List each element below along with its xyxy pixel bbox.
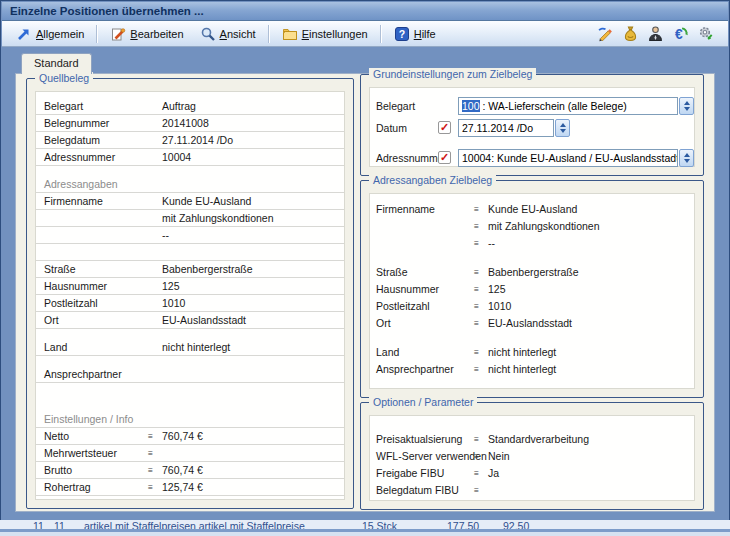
toolbar-right-icons: €: [597, 25, 722, 42]
row-label: Adressnummer: [44, 151, 148, 163]
row-label: Firmenname: [44, 195, 148, 207]
equals-icon: ≡: [474, 318, 488, 328]
datum-checkbox[interactable]: ✓: [438, 121, 451, 134]
belegart-spinner[interactable]: [679, 97, 694, 115]
client-area: Standard Quellbeleg Belegart Auftrag Bel…: [2, 47, 728, 519]
row-value: 125,74 €: [162, 481, 344, 493]
equals-icon: ≡: [474, 485, 488, 495]
adressnummer-checkbox[interactable]: ✓: [438, 151, 451, 164]
quellbeleg-panel: Belegart Auftrag Belegnummer 20141008 Be…: [35, 91, 345, 500]
field-row: Adressangaben: [36, 176, 344, 193]
row-label: Freigabe FIBU: [376, 467, 474, 479]
gear-import-icon[interactable]: [697, 25, 714, 42]
titlebar[interactable]: Einzelne Positionen übernehmen ...: [2, 2, 728, 21]
datum-value[interactable]: 27.11.2014 /Do: [458, 119, 554, 137]
row-label: Hausnummer: [44, 280, 148, 292]
field-row: Ort ≡ EU-Auslandsstadt: [370, 314, 694, 331]
field-row: [36, 356, 344, 366]
datum-field[interactable]: 27.11.2014 /Do: [458, 119, 570, 137]
field-row: [370, 422, 694, 430]
row-label: Land: [376, 346, 474, 358]
belegart-combobox[interactable]: 100 : WA-Lieferschein (alle Belege): [458, 97, 694, 115]
field-row: Postleitzahl ≡ 1010: [370, 297, 694, 314]
row-value: Nein: [488, 450, 694, 462]
row-value: mit Zahlungskondtionen: [162, 212, 344, 224]
row-label: WFL-Server verwenden: [376, 450, 474, 462]
menu-ansicht[interactable]: Ansicht: [192, 23, 264, 45]
row-value: 760,74 €: [162, 430, 344, 442]
field-row: Netto ≡ 760,74 €: [36, 428, 344, 445]
field-row: Hausnummer 125: [36, 278, 344, 295]
field-row: Ort EU-Auslandsstadt: [36, 312, 344, 329]
row-label: Belegart: [44, 100, 148, 112]
row-value: 20141008: [162, 117, 344, 129]
pencil-edit-icon[interactable]: [597, 25, 614, 42]
row-label: Brutto: [44, 464, 148, 476]
row-value: nicht hinterlegt: [488, 346, 694, 358]
row-value: mit Zahlungskondtionen: [488, 220, 694, 232]
field-row: Belegdatum FIBU ≡: [370, 481, 694, 498]
equals-icon: ≡: [474, 347, 488, 357]
row-label: Postleitzahl: [44, 297, 148, 309]
field-row: Mehrwertsteuer ≡: [36, 445, 344, 462]
equals-icon: ≡: [474, 451, 488, 461]
row-value: EU-Auslandsstadt: [162, 314, 344, 326]
euro-refresh-icon[interactable]: €: [672, 25, 689, 42]
field-row: Belegdatum 27.11.2014 /Do: [36, 132, 344, 149]
field-row: Land nicht hinterlegt: [36, 339, 344, 356]
row-value: --: [162, 229, 344, 241]
menu-hilfe[interactable]: ? Hilfe: [386, 23, 444, 45]
equals-icon: ≡: [474, 238, 488, 248]
equals-icon: ≡: [474, 221, 488, 231]
row-label: Straße: [376, 266, 474, 278]
datum-spinner[interactable]: [555, 119, 570, 137]
adressnummer-combobox[interactable]: 10004: Kunde EU-Ausland / EU-Auslandssta…: [458, 149, 694, 167]
equals-icon: ≡: [148, 482, 162, 492]
field-row: Belegart Auftrag: [36, 98, 344, 115]
menu-bearbeiten[interactable]: Bearbeiten: [102, 23, 191, 45]
field-row: Ansprechpartner ≡ nicht hinterlegt: [370, 360, 694, 377]
field-row: [370, 251, 694, 263]
belegart-value[interactable]: 100 : WA-Lieferschein (alle Belege): [458, 97, 678, 115]
menu-toolbar: Allgemein Bearbeiten Ansicht Einstellung…: [2, 21, 728, 47]
menu-einstellungen[interactable]: Einstellungen: [274, 23, 376, 45]
row-label: Belegdatum: [44, 134, 148, 146]
menu-allgemein[interactable]: Allgemein: [8, 23, 92, 45]
toolbar-separator: [380, 25, 382, 43]
equals-icon: ≡: [474, 204, 488, 214]
adressangaben-panel: Firmenname ≡ Kunde EU-Ausland ≡ mit Zahl…: [369, 193, 695, 389]
row-label: Preisaktualsierung: [376, 433, 474, 445]
group-quellbeleg: Quellbeleg Belegart Auftrag Belegnummer …: [26, 78, 354, 509]
belegart-label: Belegart: [376, 100, 415, 112]
menu-label: Allgemein: [36, 28, 84, 40]
person-icon[interactable]: [647, 25, 664, 42]
row-label: Einstellungen / Info: [44, 413, 133, 425]
menu-label: Einstellungen: [302, 28, 368, 40]
row-value: EU-Auslandsstadt: [488, 317, 694, 329]
field-row: Postleitzahl 1010: [36, 295, 344, 312]
group-grundeinstellungen: Grundeinstellungen zum Zielbeleg Belegar…: [360, 74, 704, 176]
adressnummer-spinner[interactable]: [679, 149, 694, 167]
row-value: 10004: [162, 151, 344, 163]
field-row: Hausnummer ≡ 125: [370, 280, 694, 297]
equals-icon: ≡: [148, 431, 162, 441]
row-label: Belegnummer: [44, 117, 148, 129]
equals-icon: ≡: [474, 364, 488, 374]
row-value: Standardverarbeitung: [488, 433, 694, 445]
row-value: 27.11.2014 /Do: [162, 134, 344, 146]
row-value: nicht hinterlegt: [488, 363, 694, 375]
tab-standard[interactable]: Standard: [21, 53, 92, 74]
row-label: Ansprechpartner: [376, 363, 474, 375]
spin-down-icon: [684, 159, 690, 163]
field-row: ≡ --: [370, 234, 694, 251]
edit-page-icon: [110, 26, 126, 42]
row-label: Land: [44, 341, 148, 353]
background-table-row: 11 11 artikel mit Staffelpreisen artikel…: [0, 520, 730, 536]
money-bag-icon[interactable]: [622, 25, 639, 42]
field-row: Einstellungen / Info: [36, 411, 344, 428]
row-label: Netto: [44, 430, 148, 442]
equals-icon: ≡: [474, 284, 488, 294]
grundeinstellungen-panel: Belegart 100 : WA-Lieferschein (alle Bel…: [369, 87, 695, 167]
adressnummer-value[interactable]: 10004: Kunde EU-Ausland / EU-Auslandssta…: [458, 149, 678, 167]
row-label: Ort: [376, 317, 474, 329]
